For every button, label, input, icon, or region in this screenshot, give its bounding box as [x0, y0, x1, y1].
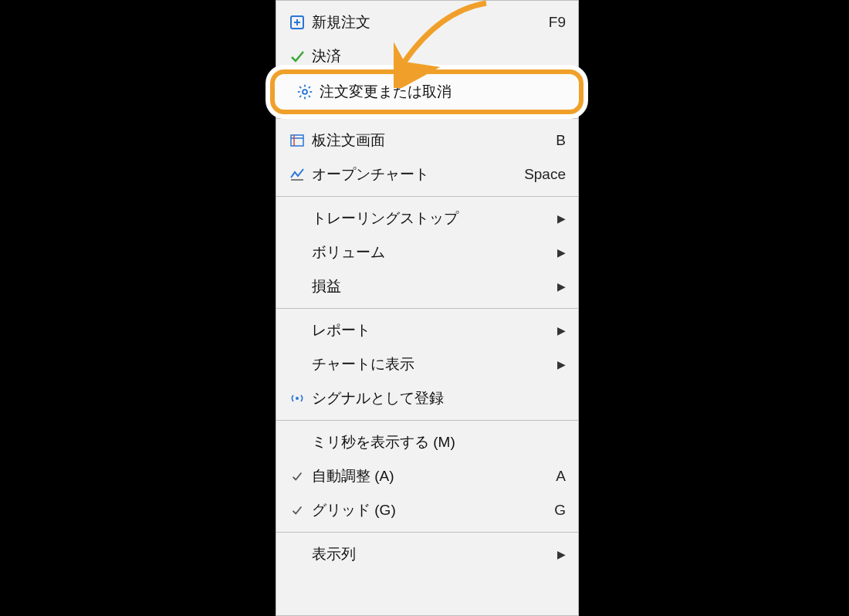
menu-separator	[276, 196, 578, 197]
menu-item-trailing-stop[interactable]: トレーリングストップ ▶	[276, 201, 578, 235]
submenu-arrow-icon: ▶	[557, 269, 566, 303]
menu-label: レポート	[310, 313, 557, 347]
annotation-highlight: 注文変更または取消	[266, 65, 588, 119]
plus-square-icon	[284, 15, 310, 30]
menu-item-register-signal[interactable]: シグナルとして登録	[276, 381, 578, 415]
submenu-arrow-icon: ▶	[557, 313, 566, 347]
gear-icon	[292, 83, 318, 100]
menu-label: チャートに表示	[310, 347, 557, 381]
menu-item-pnl[interactable]: 損益 ▶	[276, 269, 578, 303]
menu-separator	[276, 308, 578, 309]
menu-item-report[interactable]: レポート ▶	[276, 313, 578, 347]
menu-label: オープンチャート	[310, 157, 516, 191]
menu-label: ミリ秒を表示する (M)	[310, 425, 566, 459]
svg-line-13	[299, 86, 301, 88]
menu-separator	[276, 420, 578, 421]
menu-label: 注文変更または取消	[318, 82, 452, 102]
svg-line-15	[299, 96, 301, 97]
menu-item-open-chart[interactable]: オープンチャート Space	[276, 157, 578, 191]
menu-item-auto-arrange[interactable]: 自動調整 (A) A	[276, 459, 578, 493]
menu-label: トレーリングストップ	[310, 201, 557, 235]
menu-label: 損益	[310, 269, 557, 303]
svg-point-7	[296, 397, 299, 400]
menu-item-depth[interactable]: 板注文画面 B	[276, 124, 578, 157]
menu-shortcut: A	[548, 459, 566, 493]
menu-label: ボリューム	[310, 235, 557, 269]
menu-label: 自動調整 (A)	[310, 459, 548, 493]
check-mark-icon	[284, 503, 310, 517]
submenu-arrow-icon: ▶	[557, 235, 566, 269]
svg-rect-3	[291, 135, 303, 146]
svg-line-14	[309, 96, 310, 97]
menu-label: シグナルとして登録	[310, 381, 566, 415]
submenu-arrow-icon: ▶	[557, 201, 566, 235]
menu-shortcut: B	[548, 124, 566, 157]
menu-shortcut: G	[546, 493, 566, 527]
menu-label: 新規注文	[310, 5, 541, 39]
menu-item-volume[interactable]: ボリューム ▶	[276, 235, 578, 269]
book-icon	[284, 133, 310, 148]
menu-label: 板注文画面	[310, 124, 548, 157]
submenu-arrow-icon: ▶	[557, 537, 566, 571]
menu-shortcut: Space	[516, 157, 566, 191]
menu-item-show-ms[interactable]: ミリ秒を表示する (M)	[276, 425, 578, 459]
chart-line-icon	[284, 167, 310, 182]
menu-separator	[276, 532, 578, 533]
svg-line-16	[309, 86, 310, 88]
menu-item-new-order[interactable]: 新規注文 F9	[276, 5, 578, 39]
submenu-arrow-icon: ▶	[557, 347, 566, 381]
menu-label: グリッド (G)	[310, 493, 546, 527]
menu-item-modify-cancel[interactable]: 注文変更または取消	[270, 69, 583, 114]
menu-label: 表示列	[310, 537, 557, 571]
svg-point-8	[303, 90, 307, 94]
check-mark-icon	[284, 469, 310, 483]
menu-item-columns[interactable]: 表示列 ▶	[276, 537, 578, 571]
check-icon	[284, 49, 310, 64]
menu-item-show-on-chart[interactable]: チャートに表示 ▶	[276, 347, 578, 381]
signal-icon	[284, 391, 310, 406]
menu-item-grid[interactable]: グリッド (G) G	[276, 493, 578, 527]
menu-shortcut: F9	[541, 5, 566, 39]
